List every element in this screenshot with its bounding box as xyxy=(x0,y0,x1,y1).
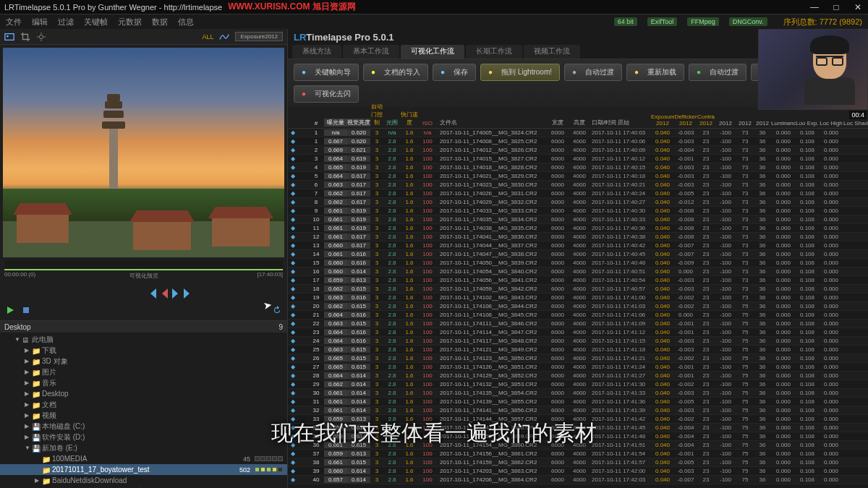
menu-file[interactable]: 文件 xyxy=(6,17,22,27)
col-header[interactable]: 自动 门控制 xyxy=(370,103,383,127)
tree-item[interactable]: ▶📁文档 xyxy=(0,399,287,410)
tree-item[interactable]: ▶💾本地磁盘 (C:) xyxy=(0,421,287,432)
table-row[interactable]: ◆220.6630.61532.81.61002017-10-11_174111… xyxy=(288,320,868,328)
exposure-mode[interactable]: Exposure2012 xyxy=(235,32,283,41)
table-row[interactable]: ◆310.6610.61432.81.61002017-10-11_174139… xyxy=(288,398,868,406)
table-row[interactable]: ◆320.6610.61432.81.61002017-10-11_174141… xyxy=(288,406,868,415)
workflow-tab[interactable]: 长期工作流 xyxy=(466,45,522,59)
crop-icon[interactable] xyxy=(20,32,30,42)
menu-edit[interactable]: 编辑 xyxy=(32,17,48,27)
table-row[interactable]: ◆290.6620.61432.81.61002017-10-11_174132… xyxy=(288,380,868,389)
table-row[interactable]: ◆1n/a0.6203n/a1.6n/a2017-10-11_174005__M… xyxy=(288,129,868,137)
workflow-button[interactable]: ●文档的导入 xyxy=(363,64,428,81)
col-header[interactable]: Loc Shad xyxy=(843,120,868,127)
col-header[interactable]: # xyxy=(308,120,324,127)
settings-icon[interactable] xyxy=(36,32,46,42)
table-row[interactable]: ◆50.6640.61732.81.61002017-10-11_174021_… xyxy=(288,172,868,181)
table-row[interactable]: ◆200.6620.61532.81.61002017-10-11_174106… xyxy=(288,302,868,311)
workflow-button[interactable]: ●可视化去闪 xyxy=(294,85,359,103)
table-row[interactable]: ◆380.6610.61532.81.61002017-10-11_174159… xyxy=(288,458,868,467)
tree-item[interactable]: ▼💾新加卷 (E:) xyxy=(0,442,287,453)
tree-item[interactable]: 📁20171011_17_boyatower_test502 xyxy=(0,464,287,475)
table-row[interactable]: ◆110.6610.61932.81.61002017-10-11_174038… xyxy=(288,224,868,233)
scrubber[interactable] xyxy=(4,288,283,303)
table-row[interactable]: ◆190.6630.61632.81.61002017-10-11_174102… xyxy=(288,294,868,302)
table-row[interactable]: ◆140.6610.61632.81.61002017-10-11_174047… xyxy=(288,250,868,259)
tree-item[interactable]: ▶📁BaiduNetdiskDownload xyxy=(0,475,287,486)
tree-item[interactable]: ▶📁Desktop xyxy=(0,388,287,399)
col-header[interactable]: Exposure 2012 xyxy=(651,114,674,127)
all-label[interactable]: ALL xyxy=(202,33,213,40)
col-header[interactable]: Loc High xyxy=(819,120,843,127)
workflow-button[interactable]: ●拖到 Lightroom! xyxy=(480,64,560,81)
col-header[interactable]: Deflicker 2012 xyxy=(674,114,697,127)
table-row[interactable]: ◆400.6570.61432.81.61002017-10-11_174206… xyxy=(288,476,868,484)
workflow-tab[interactable]: 基线方法 xyxy=(292,45,341,59)
menu-keyframe[interactable]: 关键帧 xyxy=(84,17,108,27)
table-row[interactable]: ◆300.6610.61432.81.61002017-10-11_174135… xyxy=(288,389,868,398)
tree-item[interactable]: ▶📁下载 xyxy=(0,345,287,356)
workflow-button[interactable]: ●自动过渡 xyxy=(564,64,622,81)
workflow-button[interactable]: ●关键帧向导 xyxy=(294,64,359,81)
menu-filter[interactable]: 过滤 xyxy=(58,17,74,27)
workflow-button[interactable]: ●重新加载 xyxy=(626,64,684,81)
table-row[interactable]: ◆120.6610.61732.81.61002017-10-11_174041… xyxy=(288,233,868,241)
table-row[interactable]: ◆60.6630.61732.81.61002017-10-11_174023_… xyxy=(288,181,868,189)
maximize-button[interactable]: □ xyxy=(830,2,842,12)
tree-item[interactable]: ▶📁3D 对象 xyxy=(0,356,287,367)
play-button[interactable] xyxy=(6,306,14,314)
table-row[interactable]: ◆280.6640.61432.81.61002017-10-11_174129… xyxy=(288,372,868,380)
tree-item[interactable]: ▶💾软件安装 (D:) xyxy=(0,432,287,442)
menu-metadata[interactable]: 元数据 xyxy=(118,17,142,27)
table-row[interactable]: ◆30.6640.61932.81.61002017-10-11_174015_… xyxy=(288,155,868,163)
minimize-button[interactable]: — xyxy=(809,2,820,12)
workflow-button[interactable]: ●自动过渡 xyxy=(689,64,746,81)
table-row[interactable]: ◆210.6640.61632.81.61002017-10-11_174108… xyxy=(288,311,868,320)
marker-next[interactable] xyxy=(172,288,179,299)
table-row[interactable]: ◆10.6670.62032.81.61002017-10-11_174008_… xyxy=(288,137,868,146)
col-header[interactable]: Contrast 2012 xyxy=(697,114,715,127)
tree-item[interactable]: 📁100MEDIA45 xyxy=(0,453,287,464)
col-header[interactable]: 文件名 xyxy=(437,119,547,127)
tree-item[interactable]: ▶📁视频 xyxy=(0,410,287,421)
col-header[interactable]: 宽度 xyxy=(547,119,569,127)
tree-item[interactable]: ▼🖥此电脑 xyxy=(0,334,287,345)
table-row[interactable]: ◆250.6630.61532.81.61002017-10-11_174121… xyxy=(288,346,868,354)
tree-item[interactable]: ▶📁图片 xyxy=(0,367,287,377)
timeline[interactable]: 00:00:00 (0) [17:40:03] xyxy=(4,260,283,270)
tree-root[interactable]: Desktop xyxy=(4,323,31,331)
marker-next2[interactable] xyxy=(184,288,191,299)
table-row[interactable]: ◆130.6600.61732.81.61002017-10-11_174044… xyxy=(288,241,868,250)
workflow-tab[interactable]: 可视化工作流 xyxy=(401,45,464,59)
menu-info[interactable]: 信息 xyxy=(178,17,194,27)
table-row[interactable]: ◆370.6590.61332.81.61002017-10-11_174156… xyxy=(288,450,868,458)
table-row[interactable]: ◆390.6600.61432.81.61002017-10-11_174203… xyxy=(288,467,868,476)
col-header[interactable]: Luminance xyxy=(771,120,796,127)
col-header[interactable]: 高度 xyxy=(569,119,590,127)
workflow-button[interactable]: ●保存 xyxy=(433,64,476,81)
image-icon[interactable] xyxy=(4,32,14,42)
table-row[interactable]: ◆40.6650.61932.81.61002017-10-11_174018_… xyxy=(288,163,868,172)
preview-image[interactable] xyxy=(3,48,284,257)
col-header[interactable]: ISO xyxy=(418,120,437,127)
col-header[interactable]: Loo Exp. xyxy=(796,120,819,127)
workflow-tab[interactable]: 基本工作流 xyxy=(343,45,399,59)
curve-icon[interactable] xyxy=(219,32,229,42)
col-header[interactable]: 日期/时间 原始 xyxy=(590,119,651,127)
table-row[interactable]: ◆90.6610.61932.81.61002017-10-11_174033_… xyxy=(288,207,868,215)
col-header[interactable]: 光圈 xyxy=(383,119,401,127)
table-row[interactable]: ◆160.6600.61432.81.61002017-10-11_174054… xyxy=(288,267,868,276)
table-row[interactable]: ◆260.6650.61532.81.61002017-10-11_174123… xyxy=(288,354,868,363)
refresh-button[interactable] xyxy=(273,306,281,314)
col-header[interactable]: 2012 xyxy=(715,120,736,127)
table-row[interactable]: ◆270.6650.61532.81.61002017-10-11_174126… xyxy=(288,363,868,372)
col-header[interactable]: 快门速度 xyxy=(401,111,418,127)
table-row[interactable]: ◆180.6620.61532.81.61002017-10-11_174059… xyxy=(288,285,868,294)
marker-prev2[interactable] xyxy=(149,288,156,299)
table-row[interactable]: ◆20.6690.62132.81.61002017-10-11_174012_… xyxy=(288,146,868,155)
table-row[interactable]: ◆80.6620.61732.81.61002017-10-11_174029_… xyxy=(288,198,868,207)
tree-item[interactable]: ▶📁音乐 xyxy=(0,377,287,388)
table-row[interactable]: ◆230.6640.61632.81.61002017-10-11_174114… xyxy=(288,328,868,337)
menu-data[interactable]: 数据 xyxy=(152,17,168,27)
col-header[interactable]: 2012 xyxy=(736,120,754,127)
